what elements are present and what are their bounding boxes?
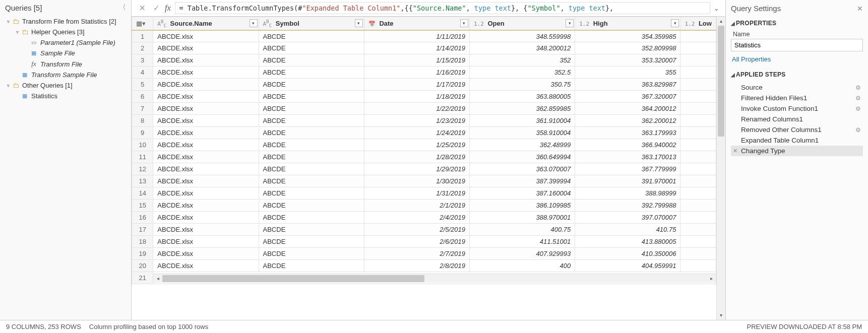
cell[interactable]: 352 <box>469 54 575 66</box>
cell[interactable] <box>680 79 716 91</box>
query-name-input[interactable] <box>731 39 863 51</box>
cell[interactable] <box>680 30 716 42</box>
cell[interactable] <box>680 187 716 199</box>
cell[interactable]: ABCDE <box>259 175 364 187</box>
applied-step[interactable]: Renamed Columns1 <box>731 114 863 124</box>
cell[interactable]: ABCDE.xlsx <box>153 91 259 103</box>
column-filter-icon[interactable]: ▾ <box>250 19 258 27</box>
row-number[interactable]: 1 <box>132 30 153 42</box>
cell[interactable]: 363.070007 <box>469 163 575 175</box>
cell[interactable]: 367.779999 <box>575 163 680 175</box>
row-number[interactable]: 15 <box>132 199 153 212</box>
close-settings-icon[interactable]: ✕ <box>857 5 863 13</box>
cell[interactable]: ABCDE.xlsx <box>153 139 259 151</box>
table-row[interactable]: 3ABCDE.xlsxABCDE1/15/2019352353.320007 <box>132 54 716 66</box>
row-number[interactable]: 4 <box>132 66 153 79</box>
cell[interactable]: 362.48999 <box>469 139 575 151</box>
table-row[interactable]: 2ABCDE.xlsxABCDE1/14/2019348.200012352.8… <box>132 42 716 54</box>
column-filter-icon[interactable]: ▾ <box>671 19 679 27</box>
cell[interactable]: 387.399994 <box>469 175 575 187</box>
cell[interactable]: ABCDE <box>259 30 364 42</box>
scroll-up-icon[interactable]: ▴ <box>717 17 725 26</box>
cell[interactable]: 387.160004 <box>469 187 575 199</box>
cell[interactable]: ABCDE <box>259 151 364 163</box>
row-number[interactable]: 2 <box>132 42 153 54</box>
cell[interactable] <box>680 236 716 248</box>
cell[interactable]: ABCDE.xlsx <box>153 236 259 248</box>
table-row[interactable]: 11ABCDE.xlsxABCDE1/28/2019360.649994363.… <box>132 151 716 163</box>
scroll-down-icon[interactable]: ▾ <box>717 311 725 320</box>
cell[interactable]: 413.880005 <box>575 236 680 248</box>
table-row[interactable]: 8ABCDE.xlsxABCDE1/23/2019361.910004362.2… <box>132 115 716 127</box>
cell[interactable] <box>680 151 716 163</box>
column-header[interactable]: 📅 Date▾ <box>364 17 469 30</box>
cell[interactable]: ABCDE <box>259 79 364 91</box>
cell[interactable]: 388.970001 <box>469 212 575 224</box>
cell[interactable] <box>680 139 716 151</box>
table-row[interactable]: 18ABCDE.xlsxABCDE2/6/2019411.51001413.88… <box>132 236 716 248</box>
scroll-left-icon[interactable]: ◂ <box>153 274 162 283</box>
cell[interactable] <box>680 91 716 103</box>
cell[interactable]: 361.910004 <box>469 115 575 127</box>
cell[interactable] <box>680 163 716 175</box>
hscroll-thumb[interactable] <box>162 275 424 282</box>
cell[interactable]: ABCDE.xlsx <box>153 30 259 42</box>
cell[interactable]: ABCDE <box>259 115 364 127</box>
cell[interactable]: 363.179993 <box>575 127 680 139</box>
cell[interactable] <box>680 260 716 272</box>
tree-item[interactable]: ▿🗀Transform File from Statistics [2] <box>0 16 131 27</box>
row-number[interactable]: 12 <box>132 163 153 175</box>
cell[interactable]: 348.559998 <box>469 30 575 42</box>
cell[interactable]: 363.880005 <box>469 91 575 103</box>
cell[interactable]: ABCDE <box>259 224 364 236</box>
cell[interactable]: ABCDE <box>259 260 364 272</box>
formula-input[interactable]: = Table.TransformColumnTypes(#"Expanded … <box>175 2 710 14</box>
applied-step[interactable]: Removed Other Columns1⚙ <box>731 124 863 135</box>
table-row[interactable]: 12ABCDE.xlsxABCDE1/29/2019363.070007367.… <box>132 163 716 175</box>
accept-formula-icon[interactable]: ✓ <box>150 2 163 14</box>
cell[interactable]: 1/17/2019 <box>364 79 469 91</box>
cell[interactable]: ABCDE.xlsx <box>153 260 259 272</box>
cell[interactable]: ABCDE.xlsx <box>153 66 259 79</box>
cell[interactable]: 2/7/2019 <box>364 248 469 260</box>
cell[interactable]: 1/15/2019 <box>364 54 469 66</box>
cell[interactable]: 352.809998 <box>575 42 680 54</box>
cell[interactable]: 363.170013 <box>575 151 680 163</box>
cell[interactable]: ABCDE.xlsx <box>153 248 259 260</box>
row-number[interactable]: 10 <box>132 139 153 151</box>
row-number[interactable]: 3 <box>132 54 153 66</box>
cell[interactable] <box>680 54 716 66</box>
cell[interactable]: 2/6/2019 <box>364 236 469 248</box>
cell[interactable]: 388.98999 <box>575 187 680 199</box>
applied-step[interactable]: ✕Changed Type <box>731 146 863 156</box>
cell[interactable]: ABCDE.xlsx <box>153 103 259 115</box>
row-number[interactable]: 7 <box>132 103 153 115</box>
cell[interactable]: ABCDE <box>259 66 364 79</box>
cell[interactable] <box>680 248 716 260</box>
cell[interactable]: 407.929993 <box>469 248 575 260</box>
row-number[interactable]: 16 <box>132 212 153 224</box>
cell[interactable]: 1/16/2019 <box>364 66 469 79</box>
table-row[interactable]: 7ABCDE.xlsxABCDE1/22/2019362.859985364.2… <box>132 103 716 115</box>
tree-item[interactable]: ▿🗀Other Queries [1] <box>0 80 131 91</box>
cell[interactable] <box>680 66 716 79</box>
applied-step[interactable]: Source⚙ <box>731 82 863 93</box>
table-row[interactable]: 13ABCDE.xlsxABCDE1/30/2019387.399994391.… <box>132 175 716 187</box>
row-number[interactable]: 13 <box>132 175 153 187</box>
cell[interactable]: ABCDE.xlsx <box>153 54 259 66</box>
cell[interactable]: ABCDE <box>259 139 364 151</box>
cell[interactable]: 2/4/2019 <box>364 212 469 224</box>
table-row[interactable]: 16ABCDE.xlsxABCDE2/4/2019388.970001397.0… <box>132 212 716 224</box>
cell[interactable] <box>680 127 716 139</box>
row-number[interactable]: 9 <box>132 127 153 139</box>
column-header[interactable]: ABC Symbol▾ <box>259 17 364 30</box>
column-filter-icon[interactable]: ▾ <box>355 19 363 27</box>
cell[interactable]: 410.75 <box>575 224 680 236</box>
gear-icon[interactable]: ⚙ <box>855 84 861 91</box>
column-header[interactable]: ABC Source.Name▾ <box>153 17 259 30</box>
applied-step[interactable]: Filtered Hidden Files1⚙ <box>731 93 863 103</box>
applied-step[interactable]: Invoke Custom Function1⚙ <box>731 103 863 114</box>
cell[interactable] <box>680 42 716 54</box>
cell[interactable]: 352.5 <box>469 66 575 79</box>
column-filter-icon[interactable]: ▾ <box>460 19 468 27</box>
